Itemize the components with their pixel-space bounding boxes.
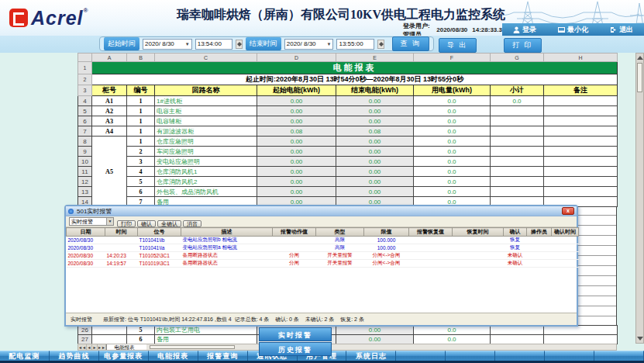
end-energy-cell: 0.00	[336, 106, 414, 116]
nav-item-parameter-report[interactable]: 电参量报表	[99, 351, 149, 361]
horizontal-scroll-thumb[interactable]	[150, 345, 235, 349]
subtotal-cell	[491, 187, 544, 197]
chevron-down-icon[interactable]: ▼	[327, 42, 332, 47]
alarm-row[interactable]: 2020/08/3014:20:23T101052\3C1备用断路器状态分闸开关…	[67, 252, 579, 260]
vertical-scrollbar[interactable]	[635, 53, 644, 344]
report-period: 起止时间:2020年8月30日 13时54分0秒—2020年8月30日 13时5…	[92, 74, 618, 85]
alarm-column-header[interactable]: 描述	[181, 228, 273, 237]
minimize-button[interactable]: 最小化	[558, 25, 588, 35]
alarm-date: 2020/08/30	[67, 252, 105, 260]
circuit-name-cell: 内包装工艺用电	[155, 326, 257, 335]
circuit-number-cell: 2	[127, 147, 155, 157]
time-range-group: 起始时间 2020/ 8/30▼ 13:54:00 结束时间 2020/ 8/3…	[99, 36, 434, 51]
start-time-spinner[interactable]	[236, 40, 243, 49]
end-time-field[interactable]: 13:55:00	[336, 39, 374, 50]
column-letter: D	[257, 54, 336, 62]
chevron-down-icon[interactable]: ▼	[185, 42, 190, 47]
alarm-limit: 100.000	[364, 237, 409, 244]
table-row: 136外包装、成品消防风机0.000.000.0	[78, 187, 618, 197]
report-period-row: 2起止时间:2020年8月30日 13时54分0秒—2020年8月30日 13时…	[78, 74, 618, 85]
alarm-column-header[interactable]: 限值	[364, 228, 409, 237]
alarm-column-header[interactable]: 时间	[105, 228, 138, 237]
row-number: 9	[78, 147, 92, 157]
alarm-column-header[interactable]: 确认	[504, 228, 527, 237]
circuit-number-cell: 1	[127, 126, 155, 137]
circuit-name-cell: 车间应急照明	[155, 147, 257, 157]
end-time-spinner[interactable]	[377, 40, 384, 49]
circuit-number-cell: 1	[127, 116, 155, 126]
nav-item-alarm-query[interactable]: 报警查询	[198, 351, 248, 361]
spinner-down-icon[interactable]	[379, 44, 384, 47]
alarm-column-header[interactable]: 类型	[316, 228, 364, 237]
tab-last-icon[interactable]: ►►	[98, 344, 106, 350]
ack-all-button[interactable]: 全确认	[157, 220, 181, 227]
chevron-down-icon[interactable]: ▼	[106, 218, 113, 225]
alarm-column-header[interactable]: 报警恢复值	[409, 228, 453, 237]
vertical-scroll-thumb[interactable]	[637, 63, 642, 92]
query-button[interactable]: 查 询	[392, 36, 430, 51]
start-time-field[interactable]: 13:54:00	[195, 39, 232, 50]
menu-item-history-alarm[interactable]: 历史报警	[259, 342, 332, 356]
end-energy-cell: 0.00	[336, 167, 414, 177]
print-button[interactable]: 打 印	[504, 38, 542, 53]
alarm-operator	[527, 260, 552, 268]
nav-item-system-log[interactable]: 系统日志	[346, 351, 396, 361]
header-action-band: 登录 最小化 退出	[502, 23, 644, 36]
nav-item-energy-report[interactable]: 电能报表	[149, 351, 198, 361]
row-number: 7	[78, 126, 92, 137]
nav-item-trend-curve[interactable]: 趋势曲线	[50, 351, 99, 361]
circuit-name-cell: 仓库消防风机2	[155, 177, 257, 187]
menu-item-realtime-alarm[interactable]: 实时报警	[259, 327, 332, 341]
alarm-column-header[interactable]: 日期	[67, 228, 105, 237]
login-button[interactable]: 登录	[513, 25, 536, 35]
column-letter: C	[155, 54, 257, 62]
scroll-down-icon[interactable]	[637, 337, 643, 341]
column-letter: E	[336, 54, 414, 62]
print-alarm-button[interactable]: 打印	[117, 220, 136, 227]
ack-button[interactable]: 确认	[137, 220, 156, 227]
alarm-operator	[527, 244, 552, 252]
alarm-dialog-icon	[68, 209, 74, 214]
end-energy-cell: 0.00	[336, 96, 414, 106]
tab-prev-icon[interactable]: ◄	[87, 344, 92, 350]
alarm-tag: T101019\3C1	[138, 260, 181, 268]
tab-first-icon[interactable]: ◄◄	[78, 344, 87, 350]
mute-button[interactable]: 消音	[183, 220, 201, 227]
alarm-column-header[interactable]: 确认时间	[552, 228, 579, 237]
report-title-row: 1电能报表	[78, 62, 618, 74]
tab-next-icon[interactable]: ►	[92, 344, 98, 350]
subtotal-cell	[491, 147, 544, 157]
report-column-header: 备注	[544, 85, 618, 96]
end-date-field[interactable]: 2020/ 8/30▼	[284, 39, 334, 50]
exit-button[interactable]: 退出	[610, 25, 633, 35]
alarm-row[interactable]: 2020/08/30T101041\Ia变电站应急照明a 相电流高限100.00…	[67, 244, 579, 252]
remark-cell	[544, 116, 618, 126]
close-icon[interactable]: x	[562, 207, 574, 215]
start-date-field[interactable]: 2020/ 8/30▼	[143, 39, 192, 50]
alarm-column-header[interactable]: 报警动作值	[273, 228, 316, 237]
row-number: 8	[78, 137, 92, 147]
row-number: 4	[78, 96, 92, 106]
spinner-down-icon[interactable]	[237, 44, 242, 47]
alarm-row[interactable]: 2020/08/30T101041\Ib变电站应急照明b 相电流高限100.00…	[67, 237, 579, 244]
row-number: 27	[78, 335, 92, 344]
table-row: 103变电站应急照明0.000.000.0	[78, 157, 618, 167]
alarm-type-select[interactable]: 实时报警 ▼	[69, 217, 114, 226]
alarm-time	[105, 237, 138, 244]
export-button[interactable]: 导 出	[439, 38, 477, 53]
row-number: 3	[78, 85, 92, 96]
alarm-row[interactable]: 2020/08/3014:19:57T101019\3C1备用断路器状态分闸开关…	[67, 260, 579, 268]
table-row: 6A31电容辅柜0.000.000.0	[78, 116, 618, 126]
alarm-column-header[interactable]: 位号	[138, 228, 181, 237]
login-label: 登录	[522, 25, 536, 35]
alarm-type: 高限	[316, 244, 364, 252]
report-column-header: 起始电能(kWh)	[257, 85, 336, 96]
alarm-column-header[interactable]: 操作员	[527, 228, 552, 237]
circuit-name-cell: 备用	[155, 335, 257, 344]
circuit-name-cell: 电容辅柜	[155, 116, 257, 126]
alarm-column-header[interactable]: 恢复时间	[453, 228, 504, 237]
circuit-number-cell: 1	[127, 96, 155, 106]
scroll-up-icon[interactable]	[637, 56, 643, 60]
sheet-tab-energy-report[interactable]: 电能报表	[106, 344, 146, 350]
nav-item-distribution-monitor[interactable]: 配电监测	[0, 351, 50, 361]
